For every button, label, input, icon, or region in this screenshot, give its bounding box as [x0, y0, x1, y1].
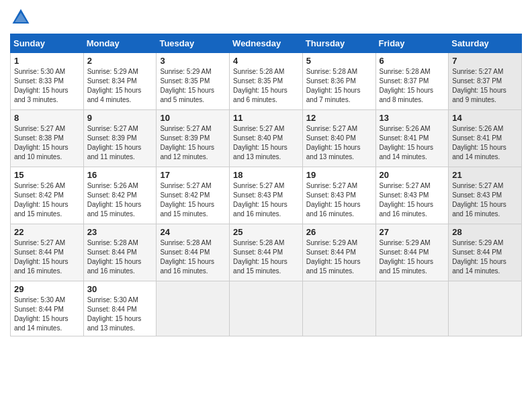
day-cell: 25Sunrise: 5:28 AMSunset: 8:44 PMDayligh… — [230, 224, 303, 281]
day-info: Sunrise: 5:27 AMSunset: 8:37 PMDaylight:… — [452, 67, 518, 105]
day-cell: 30Sunrise: 5:30 AMSunset: 8:44 PMDayligh… — [83, 281, 157, 336]
day-number: 11 — [233, 113, 299, 123]
logo — [10, 7, 34, 28]
day-number: 6 — [380, 56, 445, 66]
day-number: 30 — [87, 284, 153, 294]
day-cell: 5Sunrise: 5:28 AMSunset: 8:36 PMDaylight… — [302, 53, 375, 110]
day-info: Sunrise: 5:27 AMSunset: 8:39 PMDaylight:… — [87, 124, 153, 162]
day-number: 21 — [452, 170, 518, 180]
page: SundayMondayTuesdayWednesdayThursdayFrid… — [0, 0, 532, 411]
day-info: Sunrise: 5:27 AMSunset: 8:40 PMDaylight:… — [233, 124, 299, 162]
week-row-1: 1Sunrise: 5:30 AMSunset: 8:33 PMDaylight… — [11, 53, 522, 110]
col-header-thursday: Thursday — [302, 34, 375, 53]
day-info: Sunrise: 5:27 AMSunset: 8:38 PMDaylight:… — [14, 124, 80, 162]
day-info: Sunrise: 5:30 AMSunset: 8:33 PMDaylight:… — [14, 67, 80, 105]
day-cell: 20Sunrise: 5:27 AMSunset: 8:43 PMDayligh… — [375, 167, 449, 224]
day-number: 17 — [160, 170, 226, 180]
day-info: Sunrise: 5:29 AMSunset: 8:44 PMDaylight:… — [380, 238, 445, 276]
col-header-tuesday: Tuesday — [157, 34, 230, 53]
day-number: 29 — [14, 284, 80, 294]
day-cell: 27Sunrise: 5:29 AMSunset: 8:44 PMDayligh… — [375, 224, 449, 281]
day-cell: 23Sunrise: 5:28 AMSunset: 8:44 PMDayligh… — [83, 224, 157, 281]
day-number: 12 — [306, 113, 372, 123]
day-cell: 16Sunrise: 5:26 AMSunset: 8:42 PMDayligh… — [83, 167, 157, 224]
day-number: 4 — [233, 56, 299, 66]
day-info: Sunrise: 5:29 AMSunset: 8:35 PMDaylight:… — [160, 67, 226, 105]
day-cell: 26Sunrise: 5:29 AMSunset: 8:44 PMDayligh… — [302, 224, 375, 281]
day-number: 10 — [160, 113, 226, 123]
day-cell: 10Sunrise: 5:27 AMSunset: 8:39 PMDayligh… — [157, 110, 230, 167]
day-cell: 17Sunrise: 5:27 AMSunset: 8:42 PMDayligh… — [157, 167, 230, 224]
week-row-2: 8Sunrise: 5:27 AMSunset: 8:38 PMDaylight… — [11, 110, 522, 167]
day-info: Sunrise: 5:30 AMSunset: 8:44 PMDaylight:… — [87, 295, 153, 333]
day-info: Sunrise: 5:29 AMSunset: 8:34 PMDaylight:… — [87, 67, 153, 105]
day-number: 3 — [160, 56, 226, 66]
day-info: Sunrise: 5:27 AMSunset: 8:43 PMDaylight:… — [380, 181, 445, 219]
day-number: 24 — [160, 227, 226, 237]
week-row-3: 15Sunrise: 5:26 AMSunset: 8:42 PMDayligh… — [11, 167, 522, 224]
header — [10, 7, 522, 28]
calendar-header: SundayMondayTuesdayWednesdayThursdayFrid… — [11, 34, 522, 53]
day-number: 8 — [14, 113, 80, 123]
day-info: Sunrise: 5:27 AMSunset: 8:43 PMDaylight:… — [233, 181, 299, 219]
day-number: 16 — [87, 170, 153, 180]
day-info: Sunrise: 5:27 AMSunset: 8:39 PMDaylight:… — [160, 124, 226, 162]
day-cell: 8Sunrise: 5:27 AMSunset: 8:38 PMDaylight… — [11, 110, 84, 167]
col-header-wednesday: Wednesday — [230, 34, 303, 53]
day-info: Sunrise: 5:27 AMSunset: 8:44 PMDaylight:… — [14, 238, 80, 276]
day-number: 20 — [380, 170, 445, 180]
day-info: Sunrise: 5:26 AMSunset: 8:42 PMDaylight:… — [87, 181, 153, 219]
day-number: 1 — [14, 56, 80, 66]
day-info: Sunrise: 5:28 AMSunset: 8:44 PMDaylight:… — [160, 238, 226, 276]
col-header-sunday: Sunday — [11, 34, 84, 53]
day-info: Sunrise: 5:27 AMSunset: 8:40 PMDaylight:… — [306, 124, 372, 162]
day-info: Sunrise: 5:28 AMSunset: 8:37 PMDaylight:… — [380, 67, 445, 105]
day-number: 2 — [87, 56, 153, 66]
day-number: 27 — [380, 227, 445, 237]
day-info: Sunrise: 5:29 AMSunset: 8:44 PMDaylight:… — [452, 238, 518, 276]
day-cell — [449, 281, 522, 336]
day-cell: 1Sunrise: 5:30 AMSunset: 8:33 PMDaylight… — [11, 53, 84, 110]
day-cell: 13Sunrise: 5:26 AMSunset: 8:41 PMDayligh… — [375, 110, 449, 167]
day-cell: 6Sunrise: 5:28 AMSunset: 8:37 PMDaylight… — [375, 53, 449, 110]
calendar-body: 1Sunrise: 5:30 AMSunset: 8:33 PMDaylight… — [11, 53, 522, 336]
day-info: Sunrise: 5:26 AMSunset: 8:41 PMDaylight:… — [452, 124, 518, 162]
day-info: Sunrise: 5:27 AMSunset: 8:43 PMDaylight:… — [306, 181, 372, 219]
day-info: Sunrise: 5:26 AMSunset: 8:42 PMDaylight:… — [14, 181, 80, 219]
header-row: SundayMondayTuesdayWednesdayThursdayFrid… — [11, 34, 522, 53]
day-info: Sunrise: 5:27 AMSunset: 8:42 PMDaylight:… — [160, 181, 226, 219]
day-number: 9 — [87, 113, 153, 123]
day-cell: 28Sunrise: 5:29 AMSunset: 8:44 PMDayligh… — [449, 224, 522, 281]
day-info: Sunrise: 5:26 AMSunset: 8:41 PMDaylight:… — [380, 124, 445, 162]
week-row-5: 29Sunrise: 5:30 AMSunset: 8:44 PMDayligh… — [11, 281, 522, 336]
day-info: Sunrise: 5:29 AMSunset: 8:44 PMDaylight:… — [306, 238, 372, 276]
day-number: 22 — [14, 227, 80, 237]
day-info: Sunrise: 5:28 AMSunset: 8:44 PMDaylight:… — [233, 238, 299, 276]
day-info: Sunrise: 5:28 AMSunset: 8:35 PMDaylight:… — [233, 67, 299, 105]
day-cell — [157, 281, 230, 336]
day-cell: 12Sunrise: 5:27 AMSunset: 8:40 PMDayligh… — [302, 110, 375, 167]
day-info: Sunrise: 5:30 AMSunset: 8:44 PMDaylight:… — [14, 295, 80, 333]
day-cell: 22Sunrise: 5:27 AMSunset: 8:44 PMDayligh… — [11, 224, 84, 281]
day-cell: 4Sunrise: 5:28 AMSunset: 8:35 PMDaylight… — [230, 53, 303, 110]
col-header-saturday: Saturday — [449, 34, 522, 53]
day-number: 13 — [380, 113, 445, 123]
day-cell: 11Sunrise: 5:27 AMSunset: 8:40 PMDayligh… — [230, 110, 303, 167]
day-number: 5 — [306, 56, 372, 66]
day-cell: 18Sunrise: 5:27 AMSunset: 8:43 PMDayligh… — [230, 167, 303, 224]
day-number: 7 — [452, 56, 518, 66]
day-info: Sunrise: 5:28 AMSunset: 8:44 PMDaylight:… — [87, 238, 153, 276]
day-number: 19 — [306, 170, 372, 180]
day-cell: 24Sunrise: 5:28 AMSunset: 8:44 PMDayligh… — [157, 224, 230, 281]
logo-icon — [10, 7, 32, 28]
week-row-4: 22Sunrise: 5:27 AMSunset: 8:44 PMDayligh… — [11, 224, 522, 281]
day-cell: 2Sunrise: 5:29 AMSunset: 8:34 PMDaylight… — [83, 53, 157, 110]
day-number: 28 — [452, 227, 518, 237]
day-number: 25 — [233, 227, 299, 237]
day-number: 23 — [87, 227, 153, 237]
day-info: Sunrise: 5:28 AMSunset: 8:36 PMDaylight:… — [306, 67, 372, 105]
day-number: 26 — [306, 227, 372, 237]
col-header-friday: Friday — [375, 34, 449, 53]
day-cell — [302, 281, 375, 336]
day-cell: 19Sunrise: 5:27 AMSunset: 8:43 PMDayligh… — [302, 167, 375, 224]
